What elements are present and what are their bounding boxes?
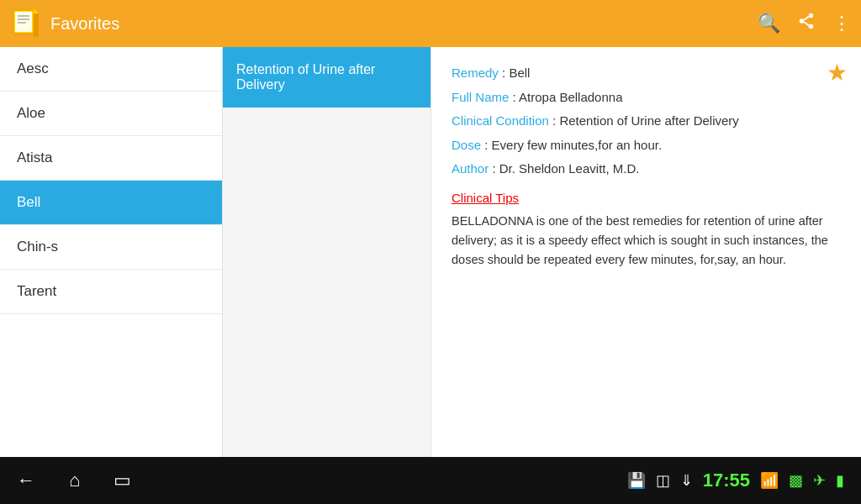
svg-line-10 <box>804 17 809 20</box>
app-bar-title: Favorites <box>50 14 747 34</box>
sidebar-item-aesc[interactable]: Aesc <box>0 47 222 92</box>
author-label: Author <box>452 161 489 176</box>
remedy-value: Bell <box>509 66 530 80</box>
author-row: Author : Dr. Sheldon Leavitt, M.D. <box>452 160 841 179</box>
download-icon: ⇓ <box>680 471 693 490</box>
clinical-tips-label[interactable]: Clinical Tips <box>452 191 841 205</box>
fullname-label: Full Name <box>452 90 509 104</box>
svg-point-8 <box>800 18 805 24</box>
status-right: 💾 ◫ ⇓ 17:55 📶 ▩ ✈ ▮ <box>627 470 844 491</box>
middle-panel: Retention of Urine after Delivery <box>223 47 431 457</box>
nav-back-button[interactable]: ← <box>17 470 35 491</box>
main-content: Aesc Aloe Atista Bell Chin-s Tarent Rete… <box>0 47 861 457</box>
fullname-value: Atropa Belladonna <box>519 90 622 104</box>
svg-marker-6 <box>34 8 39 13</box>
battery-icon: ▮ <box>836 471 844 490</box>
sidebar-item-atista[interactable]: Atista <box>0 136 222 181</box>
status-bar: ← ⌂ ▭ 💾 ◫ ⇓ 17:55 📶 ▩ ✈ ▮ <box>0 457 861 504</box>
sidebar: Aesc Aloe Atista Bell Chin-s Tarent <box>0 47 223 457</box>
airplane-icon: ✈ <box>813 471 826 490</box>
more-options-icon[interactable]: ⋮ <box>832 13 851 34</box>
dose-label: Dose <box>452 138 481 152</box>
fullname-row: Full Name : Atropa Belladonna <box>452 88 841 108</box>
dose-value: Every few minutes,for an hour. <box>492 138 663 152</box>
condition-item-retention[interactable]: Retention of Urine after Delivery <box>223 47 430 108</box>
remedy-label: Remedy <box>452 66 499 80</box>
clinical-condition-row: Clinical Condition : Retention of Urine … <box>452 112 841 131</box>
remedy-row: Remedy : Bell <box>452 64 841 83</box>
detail-panel: ★ Remedy : Bell Full Name : Atropa Bella… <box>431 47 861 457</box>
sidebar-item-tarent[interactable]: Tarent <box>0 270 222 314</box>
svg-rect-1 <box>15 12 32 32</box>
sidebar-item-chin-s[interactable]: Chin-s <box>0 225 222 270</box>
author-value: Dr. Sheldon Leavitt, M.D. <box>499 161 640 176</box>
author-separator: : <box>492 161 499 176</box>
screen-icon: ◫ <box>656 471 670 490</box>
clock-display: 17:55 <box>703 470 750 491</box>
search-icon[interactable]: 🔍 <box>758 13 780 34</box>
nav-recent-button[interactable]: ▭ <box>114 470 131 491</box>
app-bar-actions: 🔍 ⋮ <box>758 12 851 35</box>
share-icon[interactable] <box>797 12 816 35</box>
app-bar: Favorites 🔍 ⋮ <box>0 0 861 47</box>
nav-home-button[interactable]: ⌂ <box>69 470 80 491</box>
dose-row: Dose : Every few minutes,for an hour. <box>452 136 841 155</box>
sidebar-item-aloe[interactable]: Aloe <box>0 92 222 136</box>
clinical-tips-text: BELLADONNA is one of the best remedies f… <box>452 212 841 270</box>
nav-buttons: ← ⌂ ▭ <box>17 470 627 491</box>
svg-point-9 <box>809 24 814 29</box>
app-logo <box>10 7 40 40</box>
svg-point-7 <box>809 13 814 18</box>
svg-line-11 <box>804 22 809 25</box>
favorite-star-button[interactable]: ★ <box>827 59 848 87</box>
fullname-separator: : <box>513 90 520 104</box>
sidebar-item-bell[interactable]: Bell <box>0 181 222 225</box>
wifi-icon: 📶 <box>760 471 779 490</box>
clinical-condition-value: Retention of Urine after Delivery <box>559 113 738 128</box>
signal-icon: ▩ <box>789 471 803 490</box>
storage-icon: 💾 <box>627 471 646 490</box>
dose-separator: : <box>484 138 491 152</box>
clinical-condition-label: Clinical Condition <box>452 113 549 128</box>
